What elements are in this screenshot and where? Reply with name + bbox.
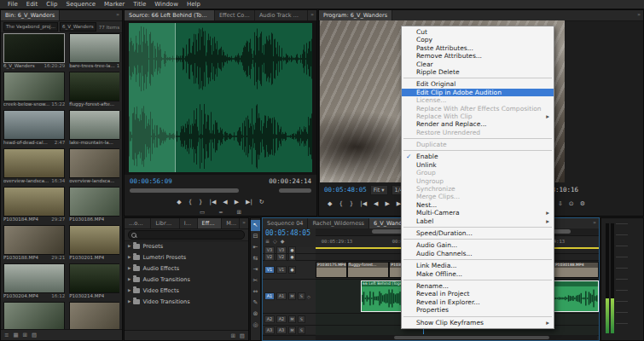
- source-tab-effect-controls[interactable]: Effect Controls: [215, 10, 255, 20]
- drag-video-icon[interactable]: ▭: [200, 209, 205, 216]
- menubar-file[interactable]: File: [3, 1, 22, 8]
- context-menu-item-audio-channels[interactable]: Audio Channels...: [402, 250, 554, 257]
- keyframe-icon[interactable]: ◇: [307, 294, 310, 299]
- bin-clip[interactable]: bare-trees-tree-la...16:25:52: [69, 33, 119, 69]
- source-patch-a2[interactable]: A2: [264, 315, 275, 323]
- mark-in-button[interactable]: {: [339, 200, 342, 207]
- loop-button[interactable]: ↻: [259, 199, 264, 205]
- menubar-sequence[interactable]: Sequence: [62, 1, 101, 8]
- menubar-help[interactable]: Help: [183, 1, 205, 8]
- add-marker-button[interactable]: ◆: [177, 199, 181, 205]
- source-patch-a3[interactable]: A3: [264, 327, 275, 334]
- context-menu-item-audio-gain[interactable]: Audio Gain...: [402, 241, 554, 249]
- bin-clip[interactable]: overview-landsca...16:05: [69, 148, 119, 184]
- mark-out-button[interactable]: }: [350, 200, 353, 207]
- context-menu-item-multi-camera[interactable]: Multi-Camera▸: [402, 209, 554, 217]
- timeline-clip[interactable]: P1030175.MP4: [316, 262, 347, 278]
- effects-group-audio-effects[interactable]: ▶Audio Effects: [125, 263, 248, 274]
- play-button[interactable]: ▶: [385, 200, 389, 207]
- bin-clip[interactable]: P1030201.MP416:44: [69, 225, 119, 261]
- effects-group-video-transitions[interactable]: ▶Video Transitions: [125, 296, 248, 307]
- context-menu-item-clear[interactable]: Clear: [402, 61, 554, 68]
- source-zoom-bar[interactable]: [130, 188, 311, 194]
- bin-clip[interactable]: P1030214.MP415:37: [69, 263, 119, 299]
- bin-tab-panel-menu-icon[interactable]: »: [113, 10, 122, 20]
- track-header-v1[interactable]: V1V1●: [263, 261, 316, 280]
- context-menu-item-render-and-replace[interactable]: Render and Replace...: [402, 120, 554, 128]
- bin-clip[interactable]: P1030236.MP418:12: [69, 302, 119, 329]
- context-menu-item-cut[interactable]: Cut: [402, 28, 554, 36]
- context-menu-item-label[interactable]: Label▸: [402, 217, 554, 225]
- go-to-in-button[interactable]: |◀: [360, 200, 367, 207]
- context-menu-item-unlink[interactable]: Unlink: [402, 161, 554, 169]
- twirl-icon[interactable]: ▶: [128, 277, 131, 281]
- source-patch-a1[interactable]: A1: [264, 292, 275, 300]
- insert-mode-icon[interactable]: ≡: [265, 238, 270, 244]
- delete-icon[interactable]: ▨: [32, 332, 37, 338]
- track-output-toggle[interactable]: ●: [288, 266, 296, 274]
- context-menu-item-speed-duration[interactable]: Speed/Duration...: [402, 229, 554, 237]
- bin-clip[interactable]: 6_V_Wanders16:20:29: [3, 33, 65, 69]
- twirl-icon[interactable]: ▶: [128, 266, 131, 270]
- effects-tab-panel-menu-icon[interactable]: »: [240, 218, 248, 228]
- context-menu-item-copy[interactable]: Copy: [402, 36, 554, 43]
- bin-tab-bin-6-v-wanders[interactable]: Bin: 6_V_Wanders: [1, 10, 60, 20]
- slip-tool[interactable]: ⇔: [251, 286, 260, 298]
- context-menu-item-make-offline[interactable]: Make Offline...: [402, 270, 554, 278]
- effects-group-video-effects[interactable]: ▶Video Effects: [125, 285, 248, 296]
- ripple-edit-tool[interactable]: ⇤: [251, 242, 260, 253]
- source-waveform-area[interactable]: [125, 20, 316, 175]
- context-menu-item-nest[interactable]: Nest...: [402, 201, 554, 209]
- timeline-tab-panel-menu-icon[interactable]: »: [590, 218, 599, 228]
- bin-clip[interactable]: P1030186.MP416:51: [69, 187, 119, 223]
- breadcrumb-current[interactable]: 6_V_Wanders: [60, 22, 96, 32]
- audio-waveform-display[interactable]: [129, 23, 312, 172]
- bin-clip[interactable]: P1030188.MP429:21: [3, 225, 65, 261]
- thumbnail-view-icon[interactable]: ▦: [13, 332, 18, 338]
- context-menu-item-edit-clip-in-adobe-audition[interactable]: Edit Clip in Adobe Audition: [402, 89, 554, 96]
- menubar-window[interactable]: Window: [150, 1, 183, 8]
- mark-out-button[interactable]: }: [199, 199, 202, 205]
- source-patch-v1[interactable]: V1: [264, 266, 275, 274]
- effects-tab-mar[interactable]: Mar: [222, 218, 240, 228]
- new-custom-bin-icon[interactable]: ⊞: [230, 332, 235, 339]
- timeline-scroll-handle[interactable]: [394, 336, 549, 339]
- zoom-tool[interactable]: ◎: [251, 320, 260, 331]
- solo-button[interactable]: S: [298, 292, 305, 300]
- effects-group-lumetri-presets[interactable]: ▶Lumetri Presets: [125, 251, 248, 263]
- settings-icon[interactable]: ⚙: [580, 200, 585, 207]
- bin-clip[interactable]: P1030204.MP416:12: [3, 263, 65, 299]
- bin-clip[interactable]: P1030184.MP429:27: [3, 187, 65, 223]
- snap-icon[interactable]: ◇: [273, 238, 277, 244]
- context-menu-item-show-clip-keyframes[interactable]: Show Clip Keyframes▸: [402, 319, 554, 327]
- add-marker-icon[interactable]: ◆: [281, 238, 285, 244]
- timeline-scrollbar[interactable]: [316, 335, 597, 340]
- menubar-edit[interactable]: Edit: [22, 1, 43, 8]
- context-menu-item-paste-attributes[interactable]: Paste Attributes...: [402, 44, 554, 52]
- twirl-icon[interactable]: ▶: [128, 299, 131, 303]
- drag-audio-icon[interactable]: ≈: [218, 209, 223, 216]
- bin-clip[interactable]: head-of-dead-cal...2:47: [3, 110, 65, 146]
- timeline-current-timecode[interactable]: 00:05:48:05: [263, 228, 316, 238]
- delete-icon[interactable]: ▨: [240, 332, 245, 339]
- context-menu-item-properties[interactable]: Properties: [402, 306, 554, 314]
- effects-group-presets[interactable]: ▶Presets: [125, 240, 248, 251]
- step-forward-button[interactable]: ▶|: [246, 199, 252, 205]
- program-tab-program-6-v-wanders[interactable]: Program: 6_V_Wanders: [319, 10, 392, 20]
- mute-button[interactable]: M: [288, 292, 296, 300]
- program-tab-panel-menu-icon[interactable]: »: [635, 10, 643, 20]
- bin-clip[interactable]: fluggy-forest-afte...16:44: [69, 72, 119, 107]
- step-back-button[interactable]: ◀: [374, 200, 378, 207]
- context-menu-item-remove-attributes[interactable]: Remove Attributes...: [402, 52, 554, 60]
- twirl-icon[interactable]: ▶: [128, 288, 131, 292]
- context-menu-item-reveal-in-project[interactable]: Reveal in Project: [402, 290, 554, 298]
- mute-button[interactable]: M: [288, 327, 296, 334]
- export-frame-button[interactable]: ⊙: [569, 200, 574, 207]
- bin-clip[interactable]: lake-mountain-la...15:37: [69, 110, 119, 146]
- context-menu-item-reveal-in-explorer[interactable]: Reveal in Explorer...: [402, 298, 554, 306]
- rate-stretch-tool[interactable]: ⇥: [251, 264, 260, 275]
- timeline-tab-rachel-wilderness[interactable]: Rachel_Wilderness: [308, 218, 369, 228]
- play-button[interactable]: ▶: [235, 199, 239, 205]
- menubar-title[interactable]: Title: [129, 1, 150, 8]
- list-view-icon[interactable]: ≡: [4, 332, 9, 338]
